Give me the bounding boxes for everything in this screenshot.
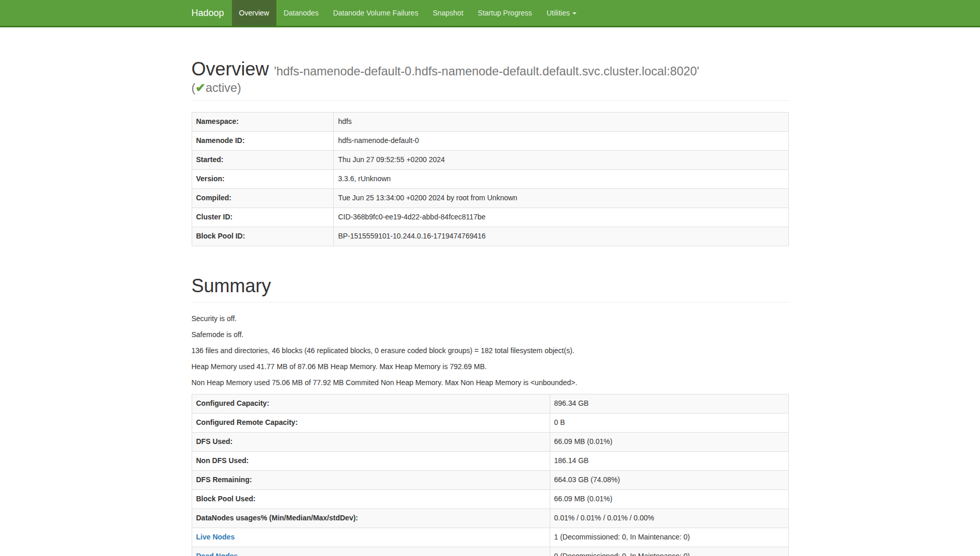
summary-line-1: Security is off. xyxy=(192,314,789,324)
active-check-icon: ✔ xyxy=(195,81,206,94)
navbar-brand[interactable]: Hadoop xyxy=(184,0,232,26)
summary-line-4: Heap Memory used 41.77 MB of 87.06 MB He… xyxy=(192,362,789,372)
navbar-item-datanode-volume-failures[interactable]: Datanode Volume Failures xyxy=(326,0,426,26)
navbar-item-snapshot[interactable]: Snapshot xyxy=(426,0,471,26)
navbar-item-utilities[interactable]: Utilities xyxy=(539,0,584,26)
info-row-label: Compiled: xyxy=(192,189,334,208)
info-row-block-pool-id: Block Pool ID: BP-1515559101-10.244.0.16… xyxy=(192,227,788,246)
summary-row-value: 664.03 GB (74.08%) xyxy=(550,471,788,490)
summary-line-5: Non Heap Memory used 75.06 MB of 77.92 M… xyxy=(192,378,789,388)
navbar-menu: Overview Datanodes Datanode Volume Failu… xyxy=(232,0,584,26)
summary-header: Summary xyxy=(192,274,789,303)
summary-row-label: DataNodes usages% (Min/Median/Max/stdDev… xyxy=(192,509,550,528)
page-title-text: Overview xyxy=(192,58,269,80)
summary-row-value: 0 (Decommissioned: 0, In Maintenance: 0) xyxy=(550,547,788,556)
info-row-value: 3.3.6, rUnknown xyxy=(334,170,788,189)
summary-row-configured-capacity: Configured Capacity: 896.34 GB xyxy=(192,394,788,414)
summary-row-non-dfs-used: Non DFS Used: 186.14 GB xyxy=(192,452,788,471)
summary-row-value: 186.14 GB xyxy=(550,452,788,471)
info-row-namespace: Namespace: hdfs xyxy=(192,113,788,132)
info-row-namenode-id: Namenode ID: hdfs-namenode-default-0 xyxy=(192,132,788,151)
namenode-address: 'hdfs-namenode-default-0.hdfs-namenode-d… xyxy=(192,65,789,96)
namenode-info-table: Namespace: hdfs Namenode ID: hdfs-nameno… xyxy=(192,112,789,246)
summary-row-label: DFS Remaining: xyxy=(192,471,550,490)
navbar-item-overview[interactable]: Overview xyxy=(232,0,276,26)
info-row-label: Block Pool ID: xyxy=(192,227,334,246)
info-row-version: Version: 3.3.6, rUnknown xyxy=(192,170,788,189)
summary-row-live-nodes: Live Nodes 1 (Decommissioned: 0, In Main… xyxy=(192,528,788,547)
summary-row-datanodes-usages-min-median-max-stddev: DataNodes usages% (Min/Median/Max/stdDev… xyxy=(192,509,788,528)
info-table-body: Namespace: hdfs Namenode ID: hdfs-nameno… xyxy=(192,113,788,246)
info-row-value: hdfs-namenode-default-0 xyxy=(334,132,788,151)
info-row-compiled: Compiled: Tue Jun 25 13:34:00 +0200 2024… xyxy=(192,189,788,208)
summary-line-2: Safemode is off. xyxy=(192,330,789,340)
info-row-label: Namenode ID: xyxy=(192,132,334,151)
info-row-label: Version: xyxy=(192,170,334,189)
summary-row-dead-nodes: Dead Nodes 0 (Decommissioned: 0, In Main… xyxy=(192,547,788,556)
summary-row-value: 896.34 GB xyxy=(550,394,788,414)
summary-row-label: DFS Used: xyxy=(192,433,550,452)
info-row-label: Started: xyxy=(192,151,334,170)
summary-row-label: Configured Capacity: xyxy=(192,394,550,414)
summary-row-value: 1 (Decommissioned: 0, In Maintenance: 0) xyxy=(550,528,788,547)
summary-row-label: Dead Nodes xyxy=(192,547,550,556)
navbar: Hadoop Overview Datanodes Datanode Volum… xyxy=(0,0,980,27)
info-row-value: Tue Jun 25 13:34:00 +0200 2024 by root f… xyxy=(334,189,788,208)
main-content: Overview 'hdfs-namenode-default-0.hdfs-n… xyxy=(184,57,797,556)
navbar-item-startup-progress[interactable]: Startup Progress xyxy=(471,0,539,26)
dead-nodes-link[interactable]: Dead Nodes xyxy=(196,552,238,556)
info-row-value: BP-1515559101-10.244.0.16-1719474769416 xyxy=(334,227,788,246)
info-row-value: hdfs xyxy=(334,113,788,132)
summary-row-value: 66.09 MB (0.01%) xyxy=(550,489,788,509)
info-row-cluster-id: Cluster ID: CID-368b9fc0-ee19-4d22-abbd-… xyxy=(192,208,788,227)
summary-title: Summary xyxy=(192,274,789,297)
live-nodes-link[interactable]: Live Nodes xyxy=(196,533,235,541)
summary-row-label: Live Nodes xyxy=(192,528,550,547)
page-title: Overview 'hdfs-namenode-default-0.hdfs-n… xyxy=(192,57,789,96)
overview-header: Overview 'hdfs-namenode-default-0.hdfs-n… xyxy=(192,57,789,101)
namenode-state: (✔active) xyxy=(192,81,789,96)
summary-row-value: 0 B xyxy=(550,414,788,433)
summary-row-label: Configured Remote Capacity: xyxy=(192,414,550,433)
info-row-value: Thu Jun 27 09:52:55 +0200 2024 xyxy=(334,151,788,170)
summary-row-label: Non DFS Used: xyxy=(192,452,550,471)
summary-row-value: 0.01% / 0.01% / 0.01% / 0.00% xyxy=(550,509,788,528)
summary-row-configured-remote-capacity: Configured Remote Capacity: 0 B xyxy=(192,414,788,433)
summary-row-value: 66.09 MB (0.01%) xyxy=(550,433,788,452)
summary-line-3: 136 files and directories, 46 blocks (46… xyxy=(192,346,789,356)
summary-table-body: Configured Capacity: 896.34 GB Configure… xyxy=(192,394,788,556)
info-row-value: CID-368b9fc0-ee19-4d22-abbd-84fcec8117be xyxy=(334,208,788,227)
info-row-label: Cluster ID: xyxy=(192,208,334,227)
info-row-label: Namespace: xyxy=(192,113,334,132)
summary-row-dfs-used: DFS Used: 66.09 MB (0.01%) xyxy=(192,433,788,452)
summary-row-label: Block Pool Used: xyxy=(192,489,550,509)
info-row-started: Started: Thu Jun 27 09:52:55 +0200 2024 xyxy=(192,151,788,170)
summary-paragraphs: Security is off.Safemode is off.136 file… xyxy=(192,314,789,388)
summary-table: Configured Capacity: 896.34 GB Configure… xyxy=(192,394,789,556)
navbar-item-datanodes[interactable]: Datanodes xyxy=(276,0,326,26)
summary-row-dfs-remaining: DFS Remaining: 664.03 GB (74.08%) xyxy=(192,471,788,490)
caret-down-icon xyxy=(572,12,577,14)
summary-row-block-pool-used: Block Pool Used: 66.09 MB (0.01%) xyxy=(192,489,788,509)
